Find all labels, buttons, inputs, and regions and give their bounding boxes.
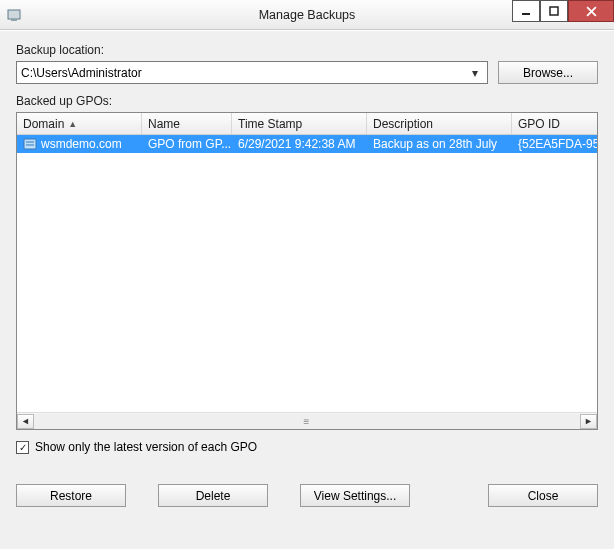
show-latest-checkbox-row[interactable]: ✓ Show only the latest version of each G…	[16, 440, 598, 454]
delete-button[interactable]: Delete	[158, 484, 268, 507]
show-latest-label: Show only the latest version of each GPO	[35, 440, 257, 454]
window-controls	[512, 0, 614, 29]
column-header-name[interactable]: Name	[142, 113, 232, 134]
show-latest-checkbox[interactable]: ✓	[16, 441, 29, 454]
client-area: Backup location: C:\Users\Administrator …	[0, 30, 614, 549]
action-buttons: Restore Delete View Settings... Close	[16, 484, 598, 507]
spacer	[442, 484, 456, 507]
close-button[interactable]	[568, 0, 614, 22]
titlebar: Manage Backups	[0, 0, 614, 30]
cell-domain: wsmdemo.com	[41, 137, 122, 151]
listview-body: wsmdemo.com GPO from GP... 6/29/2021 9:4…	[17, 135, 597, 412]
restore-button[interactable]: Restore	[16, 484, 126, 507]
backup-location-value: C:\Users\Administrator	[21, 66, 142, 80]
svg-rect-6	[24, 139, 36, 149]
table-row[interactable]: wsmdemo.com GPO from GP... 6/29/2021 9:4…	[17, 135, 597, 153]
backed-up-gpos-label: Backed up GPOs:	[16, 94, 598, 108]
cell-time: 6/29/2021 9:42:38 AM	[232, 137, 367, 151]
column-header-gpoid[interactable]: GPO ID	[512, 113, 597, 134]
horizontal-scrollbar[interactable]: ◄ ≡ ►	[17, 412, 597, 429]
backup-location-label: Backup location:	[16, 43, 598, 57]
backup-location-combo[interactable]: C:\Users\Administrator ▾	[16, 61, 488, 84]
scroll-grip-icon: ≡	[304, 416, 311, 427]
app-icon	[6, 7, 22, 23]
column-header-domain[interactable]: Domain ▲	[17, 113, 142, 134]
sort-asc-icon: ▲	[68, 119, 77, 129]
cell-name: GPO from GP...	[142, 137, 232, 151]
close-dialog-button[interactable]: Close	[488, 484, 598, 507]
svg-rect-0	[8, 10, 20, 19]
column-header-time[interactable]: Time Stamp	[232, 113, 367, 134]
view-settings-button[interactable]: View Settings...	[300, 484, 410, 507]
browse-button[interactable]: Browse...	[498, 61, 598, 84]
listview-header: Domain ▲ Name Time Stamp Description GPO…	[17, 113, 597, 135]
cell-description: Backup as on 28th July	[367, 137, 512, 151]
gpo-icon	[23, 137, 37, 151]
scroll-right-icon[interactable]: ►	[580, 414, 597, 429]
minimize-button[interactable]	[512, 0, 540, 22]
column-header-description[interactable]: Description	[367, 113, 512, 134]
gpo-listview[interactable]: Domain ▲ Name Time Stamp Description GPO…	[16, 112, 598, 430]
scroll-track[interactable]: ≡	[34, 414, 580, 429]
svg-rect-3	[550, 7, 558, 15]
svg-rect-2	[522, 13, 530, 15]
maximize-button[interactable]	[540, 0, 568, 22]
cell-gpoid: {52EA5FDA-95...	[512, 137, 597, 151]
scroll-left-icon[interactable]: ◄	[17, 414, 34, 429]
svg-rect-1	[11, 19, 17, 21]
chevron-down-icon: ▾	[467, 66, 483, 80]
